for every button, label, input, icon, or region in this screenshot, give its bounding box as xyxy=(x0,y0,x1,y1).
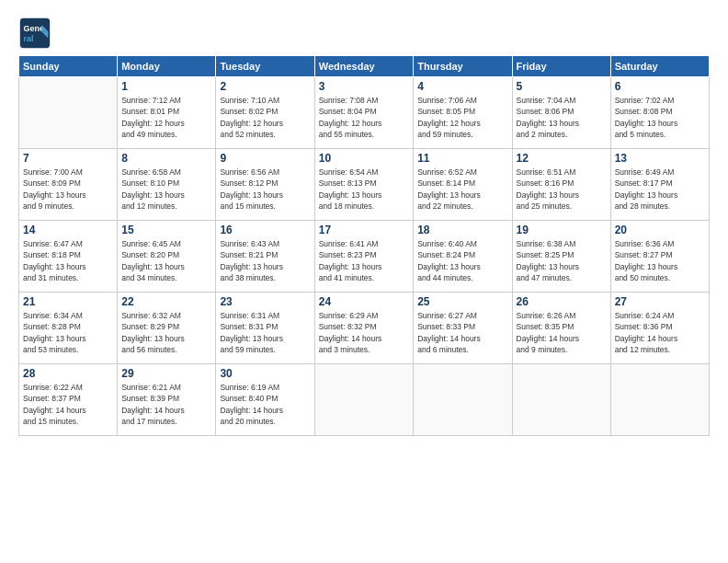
day-number: 4 xyxy=(417,80,507,93)
day-number: 16 xyxy=(220,224,310,236)
day-info: Sunrise: 6:54 AM Sunset: 8:13 PM Dayligh… xyxy=(319,167,409,212)
day-info: Sunrise: 6:41 AM Sunset: 8:23 PM Dayligh… xyxy=(319,238,409,283)
calendar-cell: 7Sunrise: 7:00 AM Sunset: 8:09 PM Daylig… xyxy=(19,149,118,221)
calendar-cell: 5Sunrise: 7:04 AM Sunset: 8:06 PM Daylig… xyxy=(512,77,610,149)
calendar-cell: 27Sunrise: 6:24 AM Sunset: 8:36 PM Dayli… xyxy=(610,293,709,364)
calendar-cell xyxy=(19,77,118,149)
weekday-header-saturday: Saturday xyxy=(610,56,709,77)
calendar-cell xyxy=(512,364,610,436)
calendar-cell: 15Sunrise: 6:45 AM Sunset: 8:20 PM Dayli… xyxy=(118,221,216,293)
day-number: 23 xyxy=(220,295,310,308)
day-number: 28 xyxy=(23,367,113,380)
day-info: Sunrise: 7:02 AM Sunset: 8:08 PM Dayligh… xyxy=(615,95,705,140)
day-info: Sunrise: 6:52 AM Sunset: 8:14 PM Dayligh… xyxy=(417,167,507,212)
logo-icon: Gene ral xyxy=(18,17,51,50)
calendar-cell: 14Sunrise: 6:47 AM Sunset: 8:18 PM Dayli… xyxy=(19,221,118,293)
day-number: 20 xyxy=(615,224,705,236)
day-number: 29 xyxy=(121,367,211,380)
day-number: 1 xyxy=(121,80,211,93)
day-info: Sunrise: 6:24 AM Sunset: 8:36 PM Dayligh… xyxy=(615,310,705,355)
calendar-cell: 11Sunrise: 6:52 AM Sunset: 8:14 PM Dayli… xyxy=(414,149,512,221)
svg-text:Gene: Gene xyxy=(23,24,44,33)
day-number: 2 xyxy=(220,80,310,93)
day-number: 8 xyxy=(121,152,211,165)
calendar-cell: 4Sunrise: 7:06 AM Sunset: 8:05 PM Daylig… xyxy=(414,77,512,149)
weekday-header-friday: Friday xyxy=(512,56,610,77)
day-info: Sunrise: 6:56 AM Sunset: 8:12 PM Dayligh… xyxy=(220,167,310,212)
week-row-5: 28Sunrise: 6:22 AM Sunset: 8:37 PM Dayli… xyxy=(19,364,710,436)
day-number: 30 xyxy=(220,367,310,380)
day-info: Sunrise: 6:34 AM Sunset: 8:28 PM Dayligh… xyxy=(23,310,113,355)
day-number: 17 xyxy=(319,224,409,236)
calendar-cell xyxy=(414,364,512,436)
calendar-cell: 9Sunrise: 6:56 AM Sunset: 8:12 PM Daylig… xyxy=(216,149,314,221)
day-number: 11 xyxy=(417,152,507,165)
day-info: Sunrise: 6:40 AM Sunset: 8:24 PM Dayligh… xyxy=(417,238,507,283)
day-info: Sunrise: 6:22 AM Sunset: 8:37 PM Dayligh… xyxy=(23,382,113,427)
calendar-cell: 1Sunrise: 7:12 AM Sunset: 8:01 PM Daylig… xyxy=(118,77,216,149)
day-number: 10 xyxy=(319,152,409,165)
calendar-cell: 19Sunrise: 6:38 AM Sunset: 8:25 PM Dayli… xyxy=(512,221,610,293)
day-info: Sunrise: 6:21 AM Sunset: 8:39 PM Dayligh… xyxy=(121,382,211,427)
calendar-body: 1Sunrise: 7:12 AM Sunset: 8:01 PM Daylig… xyxy=(19,77,710,436)
day-info: Sunrise: 6:38 AM Sunset: 8:25 PM Dayligh… xyxy=(517,238,607,283)
day-info: Sunrise: 6:45 AM Sunset: 8:20 PM Dayligh… xyxy=(121,238,211,283)
day-number: 27 xyxy=(615,295,705,308)
calendar-cell: 29Sunrise: 6:21 AM Sunset: 8:39 PM Dayli… xyxy=(118,364,216,436)
week-row-2: 7Sunrise: 7:00 AM Sunset: 8:09 PM Daylig… xyxy=(19,149,710,221)
calendar-cell: 21Sunrise: 6:34 AM Sunset: 8:28 PM Dayli… xyxy=(19,293,118,364)
day-number: 3 xyxy=(319,80,409,93)
day-number: 9 xyxy=(220,152,310,165)
calendar-cell: 2Sunrise: 7:10 AM Sunset: 8:02 PM Daylig… xyxy=(216,77,314,149)
day-number: 21 xyxy=(23,295,113,308)
calendar-cell: 22Sunrise: 6:32 AM Sunset: 8:29 PM Dayli… xyxy=(118,293,216,364)
day-number: 12 xyxy=(517,152,607,165)
calendar: SundayMondayTuesdayWednesdayThursdayFrid… xyxy=(18,55,710,436)
calendar-cell: 18Sunrise: 6:40 AM Sunset: 8:24 PM Dayli… xyxy=(414,221,512,293)
day-info: Sunrise: 6:29 AM Sunset: 8:32 PM Dayligh… xyxy=(319,310,409,355)
day-number: 5 xyxy=(517,80,607,93)
day-number: 25 xyxy=(417,295,507,308)
calendar-cell: 3Sunrise: 7:08 AM Sunset: 8:04 PM Daylig… xyxy=(314,77,413,149)
svg-text:ral: ral xyxy=(23,34,33,43)
day-info: Sunrise: 6:32 AM Sunset: 8:29 PM Dayligh… xyxy=(121,310,211,355)
day-number: 26 xyxy=(517,295,607,308)
week-row-3: 14Sunrise: 6:47 AM Sunset: 8:18 PM Dayli… xyxy=(19,221,710,293)
calendar-cell: 23Sunrise: 6:31 AM Sunset: 8:31 PM Dayli… xyxy=(216,293,314,364)
calendar-cell: 26Sunrise: 6:26 AM Sunset: 8:35 PM Dayli… xyxy=(512,293,610,364)
calendar-cell: 6Sunrise: 7:02 AM Sunset: 8:08 PM Daylig… xyxy=(610,77,709,149)
calendar-cell: 17Sunrise: 6:41 AM Sunset: 8:23 PM Dayli… xyxy=(314,221,413,293)
calendar-cell: 10Sunrise: 6:54 AM Sunset: 8:13 PM Dayli… xyxy=(314,149,413,221)
calendar-header: SundayMondayTuesdayWednesdayThursdayFrid… xyxy=(19,56,710,77)
day-number: 13 xyxy=(615,152,705,165)
week-row-1: 1Sunrise: 7:12 AM Sunset: 8:01 PM Daylig… xyxy=(19,77,710,149)
day-info: Sunrise: 6:27 AM Sunset: 8:33 PM Dayligh… xyxy=(417,310,507,355)
calendar-cell: 12Sunrise: 6:51 AM Sunset: 8:16 PM Dayli… xyxy=(512,149,610,221)
day-info: Sunrise: 7:04 AM Sunset: 8:06 PM Dayligh… xyxy=(517,95,607,140)
week-row-4: 21Sunrise: 6:34 AM Sunset: 8:28 PM Dayli… xyxy=(19,293,710,364)
weekday-header-wednesday: Wednesday xyxy=(314,56,413,77)
day-info: Sunrise: 7:00 AM Sunset: 8:09 PM Dayligh… xyxy=(23,167,113,212)
day-info: Sunrise: 6:19 AM Sunset: 8:40 PM Dayligh… xyxy=(220,382,310,427)
weekday-header-tuesday: Tuesday xyxy=(216,56,314,77)
day-number: 14 xyxy=(23,224,113,236)
day-number: 24 xyxy=(319,295,409,308)
day-number: 7 xyxy=(23,152,113,165)
calendar-cell: 25Sunrise: 6:27 AM Sunset: 8:33 PM Dayli… xyxy=(414,293,512,364)
calendar-cell: 8Sunrise: 6:58 AM Sunset: 8:10 PM Daylig… xyxy=(118,149,216,221)
page: Gene ral SundayMondayTuesdayWednesdayThu… xyxy=(0,0,728,563)
day-info: Sunrise: 6:36 AM Sunset: 8:27 PM Dayligh… xyxy=(615,238,705,283)
day-number: 18 xyxy=(417,224,507,236)
day-info: Sunrise: 7:10 AM Sunset: 8:02 PM Dayligh… xyxy=(220,95,310,140)
day-info: Sunrise: 6:49 AM Sunset: 8:17 PM Dayligh… xyxy=(615,167,705,212)
day-info: Sunrise: 7:06 AM Sunset: 8:05 PM Dayligh… xyxy=(417,95,507,140)
weekday-header-thursday: Thursday xyxy=(414,56,512,77)
calendar-cell: 20Sunrise: 6:36 AM Sunset: 8:27 PM Dayli… xyxy=(610,221,709,293)
calendar-cell: 24Sunrise: 6:29 AM Sunset: 8:32 PM Dayli… xyxy=(314,293,413,364)
day-info: Sunrise: 6:31 AM Sunset: 8:31 PM Dayligh… xyxy=(220,310,310,355)
weekday-row: SundayMondayTuesdayWednesdayThursdayFrid… xyxy=(19,56,710,77)
weekday-header-sunday: Sunday xyxy=(19,56,118,77)
day-info: Sunrise: 6:51 AM Sunset: 8:16 PM Dayligh… xyxy=(517,167,607,212)
header: Gene ral xyxy=(18,17,710,50)
day-number: 15 xyxy=(121,224,211,236)
